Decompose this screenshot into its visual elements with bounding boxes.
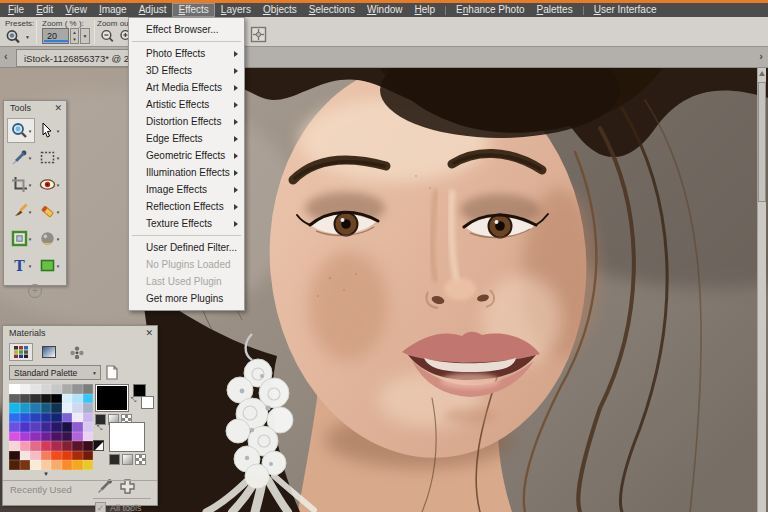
swatch-r6c2[interactable] [20,432,31,442]
tool-selection[interactable]: ▾ [35,145,63,170]
swatch-r9c1[interactable] [9,460,20,470]
swatch-r3c7[interactable] [72,403,83,413]
swatch-r3c6[interactable] [62,403,73,413]
tool-rectangle[interactable]: ▾ [35,253,63,278]
swatch-r8c1[interactable] [9,451,20,461]
close-icon[interactable]: ✕ [145,328,153,340]
swatch-r2c2[interactable] [20,394,31,404]
swatch-r1c5[interactable] [51,384,62,394]
fit-window-button[interactable] [250,26,267,47]
menu-enhance-photo[interactable]: Enhance Photo [450,3,530,17]
swatch-r9c3[interactable] [30,460,41,470]
menu-help[interactable]: Help [409,3,442,17]
bg-gradient-style-button[interactable] [122,454,133,465]
menu-item-edge-effects[interactable]: Edge Effects [129,130,244,147]
swatch-r9c5[interactable] [51,460,62,470]
menu-item-texture-effects[interactable]: Texture Effects [129,215,244,232]
swatch-r2c3[interactable] [30,394,41,404]
swatch-r1c4[interactable] [41,384,52,394]
swatch-r5c2[interactable] [20,422,31,432]
tab-scroll-left-icon[interactable]: ‹ [4,50,8,62]
swatch-r7c4[interactable] [41,441,52,451]
swatch-r8c6[interactable] [62,451,73,461]
swatch-r6c8[interactable] [83,432,94,442]
swatch-r7c8[interactable] [83,441,94,451]
swatch-r6c7[interactable] [72,432,83,442]
menu-item-distortion-effects[interactable]: Distortion Effects [129,113,244,130]
bg-color-style-button[interactable] [109,454,120,465]
black-white-reset-icon[interactable] [93,440,104,451]
zoom-out-button[interactable] [100,29,115,44]
swatch-r7c3[interactable] [30,441,41,451]
swatch-r3c2[interactable] [20,403,31,413]
menu-item-image-effects[interactable]: Image Effects [129,181,244,198]
foreground-color-swatch[interactable] [95,384,129,412]
swatch-r2c7[interactable] [72,394,83,404]
menu-view[interactable]: View [59,3,93,17]
swatch-r8c2[interactable] [20,451,31,461]
close-icon[interactable]: ✕ [54,103,62,115]
palette-select[interactable]: Standard Palette ▼ [9,365,101,380]
new-palette-page-icon[interactable] [105,365,119,380]
background-color-swatch[interactable] [109,422,145,452]
zoom-preset-dropdown[interactable]: ▼ [80,28,90,44]
zoom-presets-button[interactable]: ▼ [5,29,30,44]
swatch-r1c3[interactable] [30,384,41,394]
tab-mixer[interactable] [65,343,89,361]
scrollbar-thumb[interactable] [758,82,766,202]
swatch-r1c1[interactable] [9,384,20,394]
swatch-r9c4[interactable] [41,460,52,470]
swatch-r4c4[interactable] [41,413,52,423]
swatch-r6c5[interactable] [51,432,62,442]
swatch-r4c1[interactable] [9,413,20,423]
swatch-r3c3[interactable] [30,403,41,413]
tool-red-eye[interactable]: ▾ [35,172,63,197]
swatch-r7c5[interactable] [51,441,62,451]
vertical-scrollbar[interactable] [757,68,766,512]
swatch-r7c1[interactable] [9,441,20,451]
menu-item-photo-effects[interactable]: Photo Effects [129,45,244,62]
swatch-r9c6[interactable] [62,460,73,470]
swatch-r8c8[interactable] [83,451,94,461]
swatch-r6c4[interactable] [41,432,52,442]
menu-item-user-defined-filter[interactable]: User Defined Filter... [129,239,244,256]
menu-item-3d-effects[interactable]: 3D Effects [129,62,244,79]
swatch-r7c6[interactable] [62,441,73,451]
tool-eraser[interactable]: ▾ [35,199,63,224]
bg-pattern-style-button[interactable] [135,454,146,465]
menu-item-get-more-plugins[interactable]: Get more Plugins [129,290,244,307]
tab-scroll-right-icon[interactable]: › [759,50,763,62]
menu-item-reflection-effects[interactable]: Reflection Effects [129,198,244,215]
swatch-r1c7[interactable] [72,384,83,394]
swatch-r1c2[interactable] [20,384,31,394]
menu-effects[interactable]: Effects [172,3,214,17]
swatch-r7c7[interactable] [72,441,83,451]
menu-item-geometric-effects[interactable]: Geometric Effects [129,147,244,164]
spinner-down-icon[interactable]: ▼ [72,37,76,42]
all-tools-checkbox[interactable]: ✓ [95,502,106,512]
swatch-r5c6[interactable] [62,422,73,432]
menu-selections[interactable]: Selections [303,3,361,17]
swatch-r2c4[interactable] [41,394,52,404]
swatch-r4c2[interactable] [20,413,31,423]
menu-layers[interactable]: Layers [215,3,257,17]
swatch-r5c1[interactable] [9,422,20,432]
tool-paint-brush[interactable]: ▾ [7,199,35,224]
swatch-r4c8[interactable] [83,413,94,423]
swatch-r3c5[interactable] [51,403,62,413]
scroll-up-icon[interactable] [759,71,765,76]
menu-item-illumination-effects[interactable]: Illumination Effects [129,164,244,181]
swatch-r8c3[interactable] [30,451,41,461]
swatch-r3c8[interactable] [83,403,94,413]
menu-user-interface[interactable]: User Interface [588,3,663,17]
tab-swatches[interactable] [9,343,33,361]
menu-item-artistic-effects[interactable]: Artistic Effects [129,96,244,113]
swatch-r5c8[interactable] [83,422,94,432]
swatch-r8c5[interactable] [51,451,62,461]
swatch-r3c1[interactable] [9,403,20,413]
swatch-r5c3[interactable] [30,422,41,432]
swatch-r7c2[interactable] [20,441,31,451]
swatch-r3c4[interactable] [41,403,52,413]
tab-gradient[interactable] [37,343,61,361]
menu-window[interactable]: Window [361,3,409,17]
